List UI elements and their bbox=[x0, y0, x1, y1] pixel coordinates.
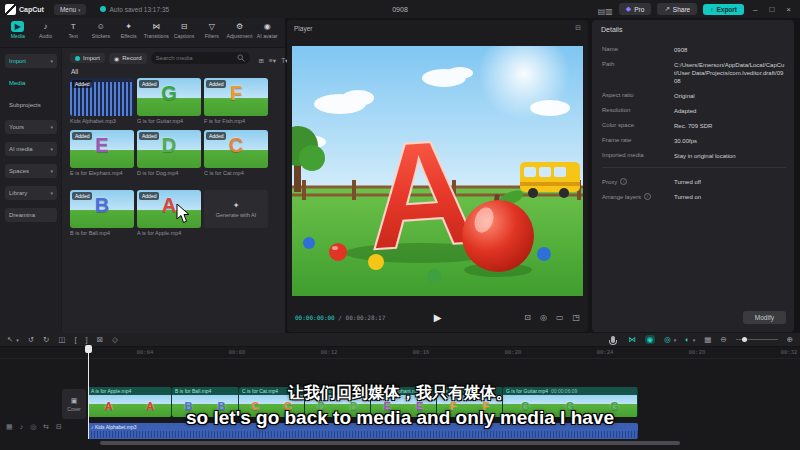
mask-icon[interactable]: ◇ bbox=[112, 335, 118, 344]
media-item[interactable]: CAddedC is for Cat.mp4 bbox=[204, 130, 268, 176]
media-item[interactable]: AAddedA is for Apple.mp4 bbox=[137, 190, 201, 236]
panel-options-icon[interactable]: ⊟ bbox=[575, 24, 581, 32]
sidebar-item-ai-media[interactable]: AI media▾ bbox=[5, 142, 57, 156]
minimize-button[interactable]: – bbox=[750, 5, 760, 14]
share-button[interactable]: ↗ Share bbox=[657, 3, 697, 15]
timeline-ruler[interactable]: 00:0400:0800:1200:1600:2000:2400:2800:32 bbox=[0, 347, 800, 359]
select-tool-icon[interactable]: ↖ bbox=[7, 335, 13, 344]
delete-icon[interactable]: ⊠ bbox=[97, 335, 103, 344]
tab-captions[interactable]: ⊟Captions bbox=[170, 20, 198, 47]
track-options-icon[interactable]: ▦ bbox=[6, 423, 13, 431]
media-item[interactable]: BAddedB is for Ball.mp4 bbox=[70, 190, 134, 236]
maximize-button[interactable]: □ bbox=[766, 5, 777, 14]
timeline-clip[interactable]: G is for Guitar.mp400:00:06:09GGG bbox=[503, 387, 638, 417]
playhead-handle[interactable] bbox=[85, 345, 92, 353]
zoom-slider-knob[interactable] bbox=[742, 337, 747, 342]
media-icon: ▶ bbox=[11, 21, 24, 32]
detail-row: Name0908 bbox=[602, 46, 786, 54]
mute-track-icon[interactable]: ♪ bbox=[20, 423, 24, 431]
playhead[interactable] bbox=[88, 345, 89, 439]
detail-value: 0908 bbox=[674, 46, 786, 54]
hide-track-icon[interactable]: ◎ bbox=[30, 423, 36, 431]
cover-button[interactable]: ▣ Cover bbox=[62, 389, 86, 419]
undo-icon[interactable]: ↺ bbox=[28, 335, 34, 344]
detail-value: Rec. 709 SDR bbox=[674, 122, 786, 130]
redo-icon[interactable]: ↻ bbox=[43, 335, 49, 344]
trim-left-icon[interactable]: [ bbox=[75, 335, 77, 344]
main-track-magnet-icon[interactable]: ⋈ bbox=[628, 335, 636, 344]
sidebar-item-spaces[interactable]: Spaces▾ bbox=[5, 164, 57, 178]
timeline-clip[interactable]: D is for Dog.mp4DD bbox=[305, 387, 371, 417]
sidebar-item-library[interactable]: Library▾ bbox=[5, 186, 57, 200]
added-badge: Added bbox=[139, 80, 159, 88]
sidebar-item-subprojects[interactable]: Subprojects bbox=[5, 98, 57, 112]
sidebar-item-media[interactable]: Media bbox=[5, 76, 57, 90]
video-preview[interactable]: A bbox=[292, 46, 583, 296]
timeline-clip[interactable]: E is for Elephant.mp4EE bbox=[371, 387, 437, 417]
snapping-icon[interactable]: ▦ bbox=[704, 335, 711, 344]
panel-layout-alt-icon[interactable]: ▥ bbox=[605, 7, 613, 16]
timeline-clip[interactable]: B is for Ball.mp4BB bbox=[172, 387, 239, 417]
tab-media[interactable]: ▶Media bbox=[4, 20, 32, 47]
tab-stickers[interactable]: ☺Stickers bbox=[87, 20, 115, 47]
clip-letter: D bbox=[317, 400, 325, 412]
ratio-icon[interactable]: ▭ bbox=[556, 313, 564, 322]
reorder-track-icon[interactable]: ⇆ bbox=[43, 423, 49, 431]
detail-row: PathC:/Users/Emerson/AppData/Local/CapCu… bbox=[602, 61, 786, 85]
ribbon-tabs: ▶Media♪AudioTText☺Stickers✦Effects⋈Trans… bbox=[0, 18, 285, 48]
tab-filters[interactable]: ▽Filters bbox=[198, 20, 226, 47]
lock-track-icon[interactable]: ⊟ bbox=[56, 423, 62, 431]
tab-adjustment[interactable]: ⚙Adjustment bbox=[226, 20, 254, 47]
sidebar-item-import[interactable]: Import▾ bbox=[5, 54, 57, 68]
close-button[interactable]: × bbox=[783, 5, 794, 14]
tab-transitions[interactable]: ⋈Transitions bbox=[143, 20, 171, 47]
zoom-out-icon[interactable]: ⊖ bbox=[720, 335, 726, 344]
preview-axis-icon[interactable]: ◐ bbox=[685, 335, 690, 344]
sidebar-item-label: Subprojects bbox=[9, 102, 41, 108]
trim-right-icon[interactable]: ] bbox=[86, 335, 88, 344]
horizontal-scrollbar[interactable] bbox=[100, 441, 680, 445]
motion-tracking-icon[interactable]: ◎ bbox=[540, 313, 547, 322]
tab-label: Transitions bbox=[144, 33, 169, 39]
media-item[interactable]: AddedKids Alphabet.mp3 bbox=[70, 78, 134, 124]
detail-label: Imported media bbox=[602, 152, 674, 158]
current-time: 00:00:00:00 bbox=[295, 314, 335, 321]
tab-ai-avatar[interactable]: ◉AI avatar bbox=[253, 20, 281, 47]
media-item[interactable]: FAddedF is for Fish.mp4 bbox=[204, 78, 268, 124]
cover-label: Cover bbox=[67, 406, 80, 412]
generate-with-ai-card[interactable]: ✦ Generate with AI bbox=[204, 190, 268, 228]
media-item[interactable]: DAddedD is for Dog.mp4 bbox=[137, 130, 201, 176]
tab-effects[interactable]: ✦Effects bbox=[115, 20, 143, 47]
tab-audio[interactable]: ♪Audio bbox=[32, 20, 60, 47]
audio-clip-name: ♪ Kids Alphabet.mp3 bbox=[88, 423, 638, 431]
fullscreen-icon[interactable]: ◳ bbox=[572, 313, 580, 322]
auto-ripple-icon[interactable]: ◉ bbox=[645, 335, 656, 344]
mirror-preview-icon[interactable]: ⊡ bbox=[524, 313, 531, 322]
export-button[interactable]: ↑ Export bbox=[703, 4, 744, 15]
audio-clip[interactable]: ♪ Kids Alphabet.mp3 bbox=[88, 423, 638, 439]
menu-button[interactable]: Menu ▾ bbox=[54, 4, 87, 15]
media-item[interactable]: EAddedE is for Elephant.mp4 bbox=[70, 130, 134, 176]
detail-value: Stay in original location bbox=[674, 152, 786, 160]
zoom-in-icon[interactable]: ⊕ bbox=[787, 335, 793, 344]
media-item[interactable]: GAddedG is for Guitar.mp4 bbox=[137, 78, 201, 124]
ai-avatar-icon: ◉ bbox=[261, 21, 274, 32]
record-voiceover-icon[interactable] bbox=[611, 336, 615, 343]
ruler-time-label: 00:12 bbox=[321, 349, 338, 355]
modify-button[interactable]: Modify bbox=[743, 311, 786, 324]
tab-text[interactable]: TText bbox=[59, 20, 87, 47]
timeline-zoom-slider[interactable] bbox=[736, 339, 778, 340]
sidebar-item-dreamina[interactable]: Dreamina bbox=[5, 208, 57, 222]
timeline-clip[interactable]: A is for Apple.mp4AA bbox=[88, 387, 172, 417]
sidebar-item-yours[interactable]: Yours▾ bbox=[5, 120, 57, 134]
detail-value: Adapted bbox=[674, 107, 786, 115]
timeline-panel: ↖▾↺↻◫[]⊠◇ ⋈◉◎▾◐▾ ▦⊖ ⊕ 00:0400:0800:1200:… bbox=[0, 333, 800, 450]
linking-icon[interactable]: ◎ bbox=[664, 335, 671, 344]
select-tool-caret-icon[interactable]: ▾ bbox=[16, 337, 19, 343]
info-icon[interactable] bbox=[644, 193, 651, 200]
timeline-clip[interactable]: F is for Fish.mp4FF bbox=[437, 387, 503, 417]
timeline-clip[interactable]: C is for Cat.mp4CC bbox=[239, 387, 305, 417]
pro-button[interactable]: ◆ Pro bbox=[619, 3, 652, 15]
split-icon[interactable]: ◫ bbox=[58, 335, 65, 344]
info-icon[interactable] bbox=[620, 178, 627, 185]
